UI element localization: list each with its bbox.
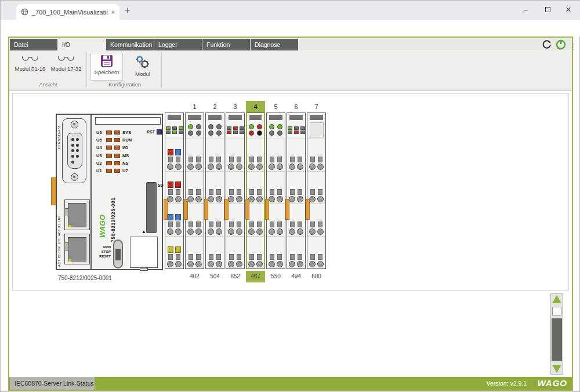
browser-window: _700_100_MainVisualization × + – ✕ ← → ⌂… <box>0 0 580 392</box>
module-body[interactable] <box>246 112 265 269</box>
module-number <box>165 101 184 112</box>
terminal-section <box>226 171 244 204</box>
modul-01-16-label: Modul 01-16 <box>15 66 46 72</box>
ethernet-port-x2 <box>64 234 90 264</box>
terminal-section <box>165 171 183 204</box>
window-maximize-button[interactable] <box>539 3 556 17</box>
module-number: 7 <box>307 101 326 112</box>
io-module[interactable]: 5 550 <box>266 101 285 282</box>
module-number: 4 <box>246 101 265 112</box>
io-module[interactable]: 7 600 <box>307 101 326 282</box>
sd-label: SD <box>158 183 164 187</box>
module-body[interactable] <box>226 112 245 269</box>
io-module[interactable]: 4 467 <box>246 101 265 282</box>
serial-port-label: X3 RS232/485 <box>57 125 61 150</box>
module-leds <box>267 121 285 139</box>
link-status-label: IEC60870-Server Link-Status <box>10 377 95 390</box>
terminal-section <box>287 139 305 171</box>
window-close-button[interactable]: ✕ <box>560 3 577 17</box>
browser-tabstrip: _700_100_MainVisualization × + – ✕ <box>1 1 580 20</box>
module-order-number: 652 <box>226 271 245 282</box>
terminal-section <box>267 171 285 204</box>
scrollbar-slider[interactable] <box>552 307 561 315</box>
scrollbar-thumb[interactable] <box>552 318 562 361</box>
io-module[interactable]: 1 402 <box>185 101 204 282</box>
menu-tab-funktion[interactable]: Funktion <box>202 39 250 50</box>
module-body[interactable] <box>185 112 204 269</box>
version-label: Version: v2.9.1 <box>487 377 527 390</box>
io-module[interactable]: 3 652 <box>226 101 245 282</box>
dsub-connector <box>62 118 86 183</box>
modul-17-32-button[interactable]: Modul 17-32 <box>49 54 84 79</box>
head-left-section: X3 RS232/485 ACT X2 LNK ETH ACT X1 LNK <box>57 115 92 269</box>
module-number: 2 <box>205 101 224 112</box>
module-body[interactable] <box>287 112 306 269</box>
ethernet-label: ACT X2 LNK ETH ACT X1 LNK <box>57 202 61 267</box>
module-body[interactable] <box>266 112 285 269</box>
scroll-down-arrow[interactable] <box>552 365 561 373</box>
maximize-icon <box>545 7 550 12</box>
module-order-number: 550 <box>266 271 285 282</box>
io-module[interactable]: 6 494 <box>287 101 306 282</box>
menu-tab-kommunikation[interactable]: Kommunikation <box>106 39 154 50</box>
floppy-save-icon <box>100 55 113 67</box>
terminal-section <box>226 139 244 171</box>
head-module-caption: 750-8212/0025-0001 <box>58 275 112 281</box>
menu-tab-logger[interactable]: Logger <box>154 39 202 50</box>
terminal-section <box>186 139 204 171</box>
channel-config-form: Kanalnr.: Ein: Bezeichnung: Einheit: Roh… <box>9 293 572 375</box>
sd-card-slot <box>146 182 157 233</box>
modul-01-16-button[interactable]: Modul 01-16 <box>13 54 48 79</box>
terminal-section <box>186 204 204 236</box>
tab-close-icon[interactable]: × <box>111 9 115 16</box>
form-scrollbar[interactable] <box>550 293 563 375</box>
bus-contact <box>289 115 303 120</box>
menu-tab-io[interactable]: I/O <box>58 39 106 50</box>
modul-17-32-label: Modul 17-32 <box>51 66 82 72</box>
menu-tab-datei[interactable]: Datei <box>10 39 57 50</box>
terminal-section <box>247 236 264 268</box>
terminal-section <box>287 171 305 204</box>
module-leds <box>165 121 183 139</box>
terminal-section <box>287 236 305 268</box>
new-tab-button[interactable]: + <box>125 5 130 16</box>
terminal-section <box>267 204 285 236</box>
io-module[interactable]: 2 504 <box>205 101 224 282</box>
logout-power-icon[interactable] <box>556 39 566 50</box>
speichern-button[interactable]: Speichern <box>90 53 123 81</box>
rst-led <box>157 129 162 135</box>
mode-switch-labels: RUNSTOPRESET <box>94 245 111 259</box>
browser-tab[interactable]: _700_100_MainVisualization × <box>16 4 119 20</box>
module-order-number: 600 <box>307 271 326 282</box>
bus-contact <box>249 115 262 120</box>
window-minimize-button[interactable]: – <box>517 3 534 17</box>
bus-contact <box>229 115 242 120</box>
wago-logo: WAGO <box>538 378 568 389</box>
dsub-pins <box>67 133 82 169</box>
modul-config-button[interactable]: Modul <box>126 54 159 79</box>
dsub-screw <box>71 173 78 181</box>
module-leds <box>186 121 204 139</box>
module-leds <box>226 121 244 139</box>
reload-icon[interactable] <box>542 39 552 50</box>
module-body[interactable] <box>307 112 326 269</box>
module-number: 3 <box>226 101 245 112</box>
terminal-section <box>247 139 264 171</box>
module-leds <box>206 121 224 139</box>
module-number: 1 <box>185 101 204 112</box>
io-module[interactable] <box>165 101 184 282</box>
terminal-section <box>206 171 224 204</box>
scroll-up-arrow[interactable] <box>552 295 561 303</box>
module-body[interactable] <box>165 112 184 269</box>
status-led <box>106 130 112 135</box>
terminal-section <box>206 236 224 268</box>
terminal-section <box>226 236 244 268</box>
terminal-section <box>247 171 264 204</box>
terminal-section <box>186 236 204 268</box>
menu-tab-diagnose[interactable]: Diagnose <box>251 39 298 50</box>
terminal-section <box>307 139 325 171</box>
module-body[interactable] <box>205 112 224 269</box>
bus-contact <box>208 115 222 120</box>
terminal-section <box>206 139 224 171</box>
plc-visualization-panel: X3 RS232/485 ACT X2 LNK ETH ACT X1 LNK <box>12 93 569 291</box>
